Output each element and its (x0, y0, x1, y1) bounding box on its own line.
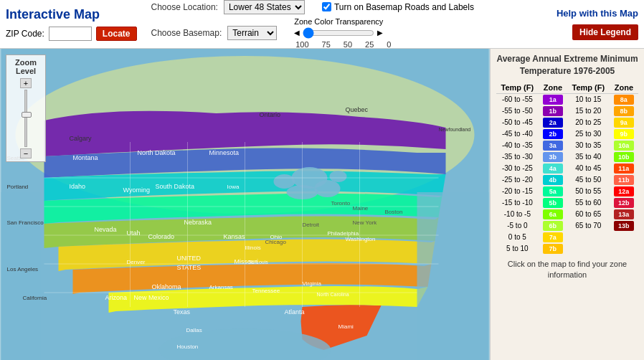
legend-temp1: -60 to -55 (496, 93, 539, 105)
legend-title: Average Annual Extreme Minimum Temperatu… (496, 53, 638, 77)
zoom-slider-container: + − (11, 78, 41, 158)
basemap-select[interactable]: Terrain Satellite Street Topo (227, 26, 277, 40)
legend-temp1: -25 to -20 (496, 174, 539, 186)
legend-zone1: 1a (539, 93, 567, 105)
map-svg[interactable]: Calgary Ontario Quebec Seattle Portland … (0, 49, 490, 360)
svg-text:San Francisco: San Francisco (7, 219, 44, 226)
legend-zone2: 12a (610, 186, 638, 197)
locate-button[interactable]: Locate (96, 27, 137, 41)
legend-temp2 (567, 232, 610, 243)
header-right: Help with this Map Hide Legend (557, 8, 638, 40)
svg-text:Arizona: Arizona (105, 294, 128, 301)
legend-zone2: 8b (610, 105, 638, 117)
zoom-out-button[interactable]: − (20, 148, 32, 158)
svg-text:Wyoming: Wyoming (123, 186, 150, 194)
legend-zone2: 9b (610, 128, 638, 140)
svg-text:California: California (23, 295, 47, 301)
legend-zone1: 6b (539, 220, 567, 232)
legend-zone1: 4b (539, 174, 567, 186)
legend-temp1: -45 to -40 (496, 128, 539, 140)
legend-temp2: 40 to 45 (567, 163, 610, 174)
svg-text:Washington: Washington (346, 236, 376, 242)
zip-input[interactable] (49, 27, 92, 41)
legend-row: -50 to -452a20 to 259a (496, 117, 638, 128)
legend-temp1: -30 to -25 (496, 163, 539, 174)
svg-text:North Carolina: North Carolina (317, 292, 349, 297)
svg-rect-9 (1, 192, 41, 360)
legend-zone2: 9a (610, 117, 638, 128)
legend-row: -55 to -501b15 to 208b (496, 105, 638, 117)
svg-text:Idaho: Idaho (70, 183, 86, 190)
legend-temp1: 0 to 5 (496, 232, 539, 243)
legend-row: -10 to -56a60 to 6513a (496, 209, 638, 220)
legend-temp2: 15 to 20 (567, 105, 610, 117)
svg-rect-8 (417, 192, 489, 360)
svg-text:New Mexico: New Mexico (134, 294, 169, 301)
legend-temp2: 50 to 55 (567, 186, 610, 197)
legend-zone1: 3b (539, 151, 567, 163)
legend-zone1: 5b (539, 197, 567, 209)
svg-text:North Dakota: North Dakota (138, 149, 176, 156)
svg-text:Denver: Denver (127, 259, 146, 265)
zoom-in-button[interactable]: + (20, 78, 32, 88)
transparency-slider[interactable] (303, 27, 374, 39)
legend-temp1: -55 to -50 (496, 105, 539, 117)
basemap-roads-checkbox[interactable] (322, 2, 331, 11)
legend-temp1: -50 to -45 (496, 117, 539, 128)
legend-panel: Average Annual Extreme Minimum Temperatu… (490, 49, 644, 360)
map-container[interactable]: Zoom Level + − (0, 49, 490, 360)
svg-text:Arkansas: Arkansas (209, 284, 233, 290)
help-link[interactable]: Help with this Map (557, 8, 638, 19)
zip-label: ZIP Code: (6, 29, 44, 39)
legend-temp2: 60 to 65 (567, 209, 610, 220)
controls-area: Choose Location: Lower 48 States Alaska … (151, 0, 549, 49)
legend-zone2: 10a (610, 140, 638, 151)
legend-row: -60 to -551a10 to 158a (496, 93, 638, 105)
svg-text:Texas: Texas (174, 308, 191, 316)
svg-text:Portland: Portland (7, 184, 29, 190)
title-area: Interactive Map ZIP Code: Locate (6, 7, 137, 41)
svg-text:Houston: Houston (177, 344, 199, 350)
svg-text:Miami: Miami (338, 323, 354, 330)
legend-row: -45 to -402b25 to 309b (496, 128, 638, 140)
svg-text:UNITED: UNITED (177, 255, 202, 262)
col-temp2-header: Temp (F) (567, 82, 610, 94)
legend-row: -40 to -353a30 to 3510a (496, 140, 638, 151)
legend-temp1: -5 to 0 (496, 220, 539, 232)
legend-row: -30 to -254a40 to 4511a (496, 163, 638, 174)
svg-text:Iowa: Iowa (227, 184, 240, 190)
svg-text:Boston: Boston (385, 209, 403, 215)
svg-text:Atlanta: Atlanta (285, 308, 305, 316)
legend-zone1: 6a (539, 209, 567, 220)
page-title: Interactive Map (6, 7, 137, 22)
svg-text:Minnesota: Minnesota (209, 149, 240, 156)
legend-temp2: 20 to 25 (567, 117, 610, 128)
legend-zone1: 5a (539, 186, 567, 197)
legend-row: 5 to 107b (496, 243, 638, 255)
location-select[interactable]: Lower 48 States Alaska Hawaii (224, 0, 305, 14)
choose-location-label: Choose Location: (151, 2, 218, 12)
col-zone1-header: Zone (539, 82, 567, 94)
legend-zone1: 2a (539, 117, 567, 128)
legend-zone2: 13b (610, 220, 638, 232)
zoom-label: Zoom Level (11, 58, 41, 75)
legend-zone2: 12b (610, 197, 638, 209)
legend-temp1: -20 to -15 (496, 186, 539, 197)
hide-legend-button[interactable]: Hide Legend (572, 24, 638, 40)
legend-zone1: 3a (539, 140, 567, 151)
svg-text:Kansas: Kansas (224, 233, 246, 240)
legend-zone1: 2b (539, 128, 567, 140)
col-temp1-header: Temp (F) (496, 82, 539, 94)
legend-temp1: -10 to -5 (496, 209, 539, 220)
transparency-label: Zone Color Transparency (294, 17, 391, 26)
legend-temp2: 10 to 15 (567, 93, 610, 105)
svg-text:Los Angeles: Los Angeles (7, 266, 39, 273)
legend-row: -35 to -303b35 to 4010b (496, 151, 638, 163)
zoom-thumb[interactable] (22, 112, 32, 118)
svg-text:Oklahoma: Oklahoma (152, 283, 181, 290)
svg-text:Tennessee: Tennessee (252, 288, 280, 294)
svg-text:St. Louis: St. Louis (249, 260, 269, 265)
svg-text:New York: New York (353, 219, 378, 226)
zoom-track (24, 90, 27, 147)
legend-temp1: -40 to -35 (496, 140, 539, 151)
